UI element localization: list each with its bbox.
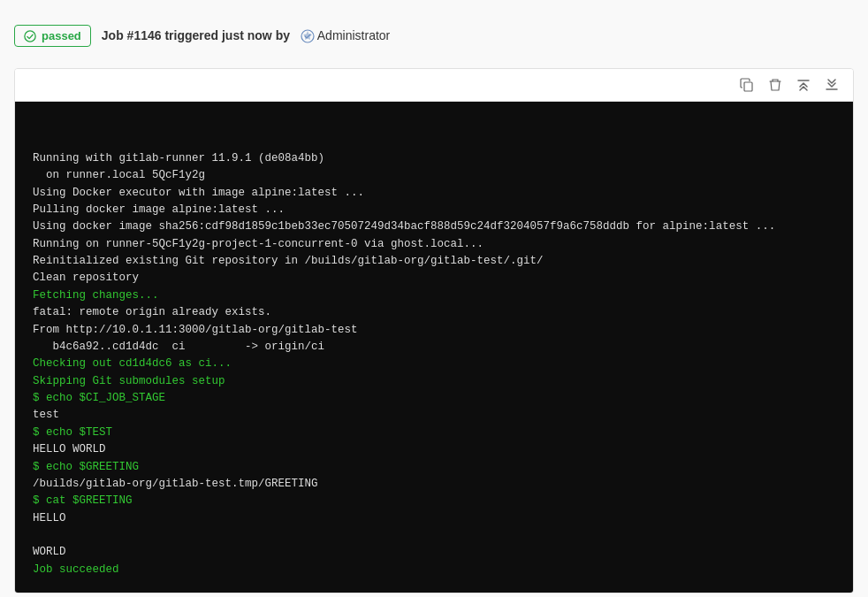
terminal-line: Clean repository	[33, 270, 835, 287]
scroll-bottom-button[interactable]	[821, 76, 842, 94]
delete-log-button[interactable]	[765, 76, 786, 94]
terminal-line: test	[33, 407, 835, 424]
terminal-line: /builds/gitlab-org/gitlab-test.tmp/GREET…	[33, 476, 835, 493]
terminal-line: $ echo $CI_JOB_STAGE	[33, 390, 835, 407]
terminal-line: Running with gitlab-runner 11.9.1 (de08a…	[33, 150, 835, 167]
terminal-line: Fetching changes...	[33, 287, 835, 304]
scroll-top-icon	[796, 78, 811, 92]
terminal-line: $ echo $GREETING	[33, 459, 835, 476]
svg-rect-2	[744, 82, 752, 91]
scroll-bottom-icon	[825, 78, 839, 92]
terminal-line: Reinitialized existing Git repository in…	[33, 253, 835, 270]
terminal-line: Checking out cd1d4dc6 as ci...	[33, 356, 835, 372]
terminal-toolbar	[15, 69, 853, 102]
terminal-line: Job succeeded	[33, 562, 835, 578]
terminal-line: $ cat $GREETING	[33, 493, 835, 509]
terminal-line: on runner.local 5QcF1y2g	[33, 167, 835, 184]
copy-icon	[740, 78, 754, 92]
terminal-line: $ echo $TEST	[33, 425, 835, 441]
check-icon	[24, 30, 36, 42]
terminal-line: fatal: remote origin already exists.	[33, 304, 835, 321]
copy-log-button[interactable]	[736, 76, 758, 94]
admin-icon	[301, 29, 315, 43]
terminal-line: WORLD	[33, 544, 835, 561]
terminal-line	[33, 527, 835, 544]
terminal-line: From http://10.0.1.11:3000/gitlab-org/gi…	[33, 322, 835, 339]
terminal-line: Running on runner-5QcF1y2g-project-1-con…	[33, 236, 835, 253]
terminal-line: Pulling docker image alpine:latest ...	[33, 202, 835, 218]
terminal-output: Running with gitlab-runner 11.9.1 (de08a…	[15, 102, 853, 593]
status-badge: passed	[14, 25, 91, 47]
admin-label: Administrator	[317, 28, 390, 42]
terminal-line: b4c6a92..cd1d4dc ci -> origin/ci	[33, 339, 835, 356]
terminal-line: Using docker image sha256:cdf98d1859c1be…	[33, 218, 835, 235]
job-info: Job #1146 triggered just now by Administ…	[102, 28, 390, 43]
terminal-line: Skipping Git submodules setup	[33, 373, 835, 390]
svg-point-0	[25, 30, 35, 41]
terminal-wrapper: Running with gitlab-runner 11.9.1 (de08a…	[14, 68, 854, 593]
terminal-line: HELLO WORLD	[33, 441, 835, 458]
badge-label: passed	[42, 29, 81, 42]
job-header: passed Job #1146 triggered just now by A…	[14, 14, 854, 57]
scroll-top-button[interactable]	[793, 76, 814, 94]
trash-icon	[768, 78, 782, 92]
terminal-line: Using Docker executor with image alpine:…	[33, 185, 835, 202]
job-number: Job #1146 triggered just now by	[102, 28, 290, 42]
terminal-line: HELLO	[33, 510, 835, 527]
